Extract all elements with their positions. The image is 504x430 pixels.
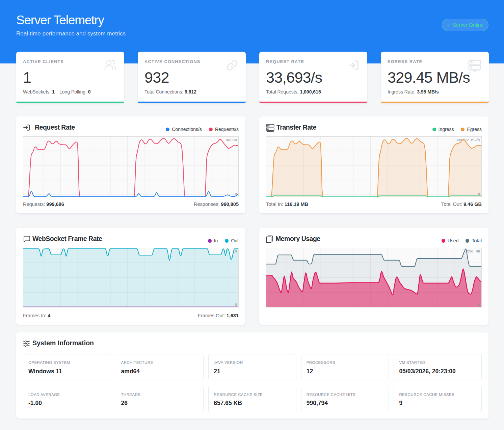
svg-text:40899: 40899 [226, 138, 237, 142]
svg-text:399.92 MB/s: 399.92 MB/s [455, 138, 480, 142]
svg-text:0: 0 [235, 192, 237, 196]
svg-text:0: 0 [235, 303, 237, 307]
svg-text:0: 0 [478, 303, 480, 307]
svg-text:256 MB: 256 MB [467, 249, 480, 253]
svg-text:10: 10 [233, 249, 237, 253]
svg-text:0: 0 [478, 192, 480, 196]
